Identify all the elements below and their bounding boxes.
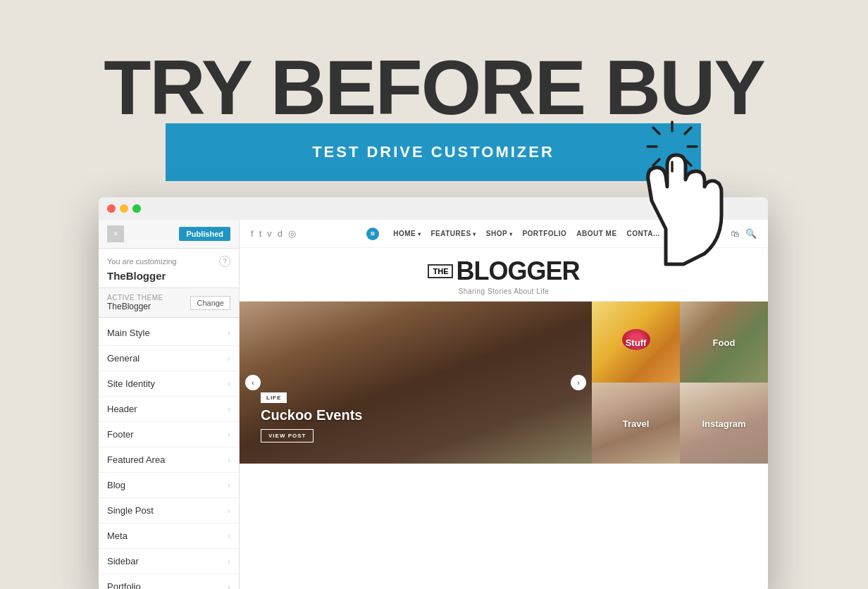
minimize-dot[interactable] — [120, 204, 128, 213]
active-theme-section: ACTIVE THEME TheBlogger Change — [99, 287, 239, 318]
category-grid: Stuff Food Travel Instagram — [592, 302, 768, 464]
help-icon[interactable]: ? — [219, 256, 230, 267]
search-icon[interactable]: 🔍 — [745, 228, 757, 239]
customizer-menu-item[interactable]: Single Post › — [99, 498, 239, 523]
hero-main-image: ‹ › LIFE Cuckoo Events VIEW POST — [240, 302, 592, 464]
site-tagline: Sharing Stories About Life — [240, 287, 768, 295]
site-logo-the: THE — [428, 264, 453, 278]
hero-arrow-right[interactable]: › — [571, 375, 586, 390]
svg-line-4 — [653, 128, 659, 134]
customizer-menu-item[interactable]: Main Style › — [99, 321, 239, 346]
nav-item-about[interactable]: ABOUT ME — [576, 230, 616, 237]
instagram-icon[interactable]: ◎ — [288, 228, 296, 239]
chevron-right-icon: › — [228, 480, 230, 490]
chevron-right-icon: › — [228, 557, 230, 566]
facebook-icon[interactable]: f — [251, 228, 254, 239]
nav-logo: B — [366, 228, 379, 240]
customizer-menu-item[interactable]: General › — [99, 346, 239, 371]
click-burst-icon — [644, 118, 700, 175]
chevron-right-icon: › — [228, 404, 230, 414]
chevron-right-icon: › — [228, 430, 230, 440]
chevron-right-icon: › — [228, 582, 230, 590]
grid-cell-stuff[interactable]: Stuff — [592, 302, 680, 383]
customizer-you-are-label: You are customizing ? — [99, 249, 239, 270]
hero-content: LIFE Cuckoo Events VIEW POST — [261, 390, 362, 442]
vimeo-icon[interactable]: v — [267, 228, 272, 239]
svg-line-6 — [685, 128, 691, 134]
customizer-header: × Published — [99, 220, 239, 249]
active-theme-value: TheBlogger — [107, 302, 163, 311]
hero-category-badge: LIFE — [261, 392, 287, 403]
social-icons: f t v d ◎ — [251, 228, 296, 239]
nav-item-shop[interactable]: SHOP — [486, 230, 513, 237]
site-logo-blogger: BLOGGER — [456, 256, 579, 286]
chevron-right-icon: › — [228, 455, 230, 465]
grid-cell-food[interactable]: Food — [680, 302, 768, 383]
chevron-right-icon: › — [228, 531, 230, 541]
customizer-menu-item[interactable]: Meta › — [99, 523, 239, 549]
close-dot[interactable] — [107, 204, 116, 213]
twitter-icon[interactable]: t — [259, 228, 262, 239]
change-theme-button[interactable]: Change — [190, 296, 230, 310]
svg-line-7 — [653, 159, 659, 166]
customizer-menu-item-footer[interactable]: Footer › — [99, 422, 239, 447]
customizer-sidebar: × Published You are customizing ? TheBlo… — [99, 220, 240, 589]
maximize-dot[interactable] — [132, 204, 141, 213]
customizer-close-button[interactable]: × — [107, 225, 124, 242]
nav-logo-letter: B — [371, 230, 375, 237]
grid-label-stuff: Stuff — [626, 337, 647, 347]
chevron-right-icon: › — [228, 506, 230, 516]
chevron-right-icon: › — [228, 379, 230, 389]
banner-text: TEST DRIVE CUSTOMIZER — [312, 143, 554, 161]
published-badge: Published — [179, 227, 230, 241]
grid-label-travel: Travel — [623, 418, 650, 428]
nav-logo-circle: B — [366, 228, 379, 240]
customizer-menu-item-site-identity[interactable]: Site Identity › — [99, 371, 239, 397]
customizer-menu-item[interactable]: Header › — [99, 397, 239, 422]
chevron-right-icon: › — [228, 328, 230, 338]
hero-arrow-left[interactable]: ‹ — [245, 375, 261, 390]
grid-cell-travel[interactable]: Travel — [592, 383, 680, 464]
customizer-menu-item[interactable]: Featured Area › — [99, 447, 239, 473]
customizer-theme-name: TheBlogger — [99, 270, 239, 287]
active-theme-label: ACTIVE THEME — [107, 294, 163, 302]
grid-label-instagram: Instagram — [702, 418, 745, 428]
preview-area: f t v d ◎ B HOME FEATURES SHOP PORTFOLIO… — [240, 220, 768, 589]
nav-item-home[interactable]: HOME — [393, 230, 421, 237]
hero-title: Cuckoo Events — [261, 407, 362, 423]
chevron-right-icon: › — [228, 354, 230, 364]
grid-label-food: Food — [713, 337, 736, 347]
svg-line-5 — [685, 159, 691, 166]
nav-item-portfolio[interactable]: PORTFOLIO — [522, 230, 566, 237]
grid-cell-instagram[interactable]: Instagram — [680, 383, 768, 464]
customizer-menu-item[interactable]: Blog › — [99, 473, 239, 498]
hero-section: ‹ › LIFE Cuckoo Events VIEW POST Stuff F… — [240, 302, 768, 464]
dribbble-icon[interactable]: d — [278, 228, 283, 239]
nav-item-features[interactable]: FEATURES — [430, 230, 476, 237]
customizer-menu-item[interactable]: Portfolio › — [99, 574, 239, 589]
view-post-button[interactable]: VIEW POST — [261, 429, 314, 442]
customizer-menu-item[interactable]: Sidebar › — [99, 549, 239, 574]
